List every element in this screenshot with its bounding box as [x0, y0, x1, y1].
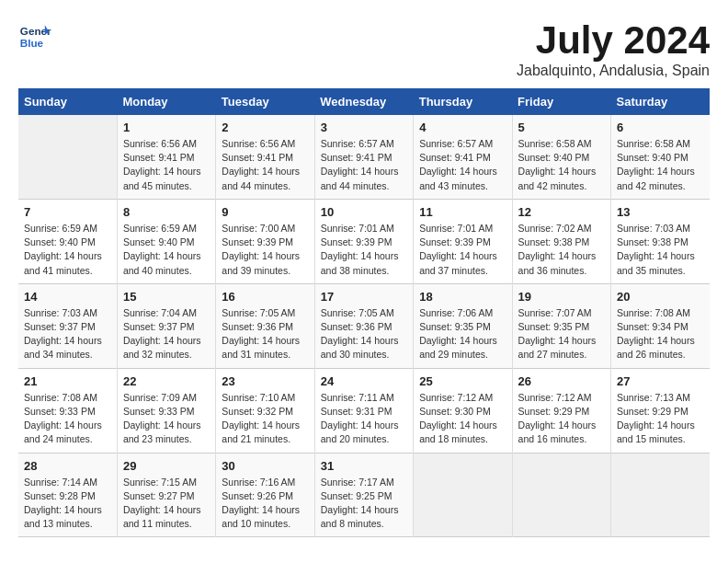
- day-number: 11: [419, 205, 506, 219]
- calendar-cell: 1Sunrise: 6:56 AM Sunset: 9:41 PM Daylig…: [117, 115, 215, 199]
- day-info: Sunrise: 7:08 AM Sunset: 9:33 PM Dayligh…: [24, 391, 111, 447]
- day-number: 19: [518, 290, 605, 304]
- day-number: 27: [617, 374, 704, 388]
- calendar-cell: 13Sunrise: 7:03 AM Sunset: 9:38 PM Dayli…: [611, 199, 710, 283]
- day-number: 25: [419, 374, 506, 388]
- day-number: 17: [321, 290, 407, 304]
- header: General Blue July 2024 Jabalquinto, Anda…: [18, 18, 710, 79]
- day-info: Sunrise: 7:11 AM Sunset: 9:31 PM Dayligh…: [321, 391, 407, 447]
- weekday-header-row: SundayMondayTuesdayWednesdayThursdayFrid…: [18, 88, 710, 115]
- calendar-week-1: 1Sunrise: 6:56 AM Sunset: 9:41 PM Daylig…: [18, 115, 710, 199]
- calendar-cell: 28Sunrise: 7:14 AM Sunset: 9:28 PM Dayli…: [18, 453, 117, 537]
- day-number: 9: [222, 205, 308, 219]
- day-info: Sunrise: 7:13 AM Sunset: 9:29 PM Dayligh…: [617, 391, 704, 447]
- day-number: 23: [222, 374, 308, 388]
- day-info: Sunrise: 6:59 AM Sunset: 9:40 PM Dayligh…: [123, 222, 210, 278]
- calendar-cell: 30Sunrise: 7:16 AM Sunset: 9:26 PM Dayli…: [216, 453, 314, 537]
- day-info: Sunrise: 7:01 AM Sunset: 9:39 PM Dayligh…: [321, 222, 407, 278]
- day-info: Sunrise: 7:08 AM Sunset: 9:34 PM Dayligh…: [617, 306, 704, 362]
- calendar-week-3: 14Sunrise: 7:03 AM Sunset: 9:37 PM Dayli…: [18, 283, 710, 368]
- day-info: Sunrise: 6:57 AM Sunset: 9:41 PM Dayligh…: [419, 137, 506, 193]
- day-info: Sunrise: 6:57 AM Sunset: 9:41 PM Dayligh…: [321, 137, 407, 193]
- calendar-cell: 9Sunrise: 7:00 AM Sunset: 9:39 PM Daylig…: [216, 199, 314, 283]
- day-number: 30: [222, 459, 308, 473]
- calendar-cell: 16Sunrise: 7:05 AM Sunset: 9:36 PM Dayli…: [216, 283, 314, 368]
- day-info: Sunrise: 7:01 AM Sunset: 9:39 PM Dayligh…: [419, 222, 506, 278]
- calendar-header: SundayMondayTuesdayWednesdayThursdayFrid…: [18, 88, 710, 115]
- day-info: Sunrise: 6:56 AM Sunset: 9:41 PM Dayligh…: [222, 137, 308, 193]
- day-number: 29: [123, 459, 210, 473]
- calendar-cell: 24Sunrise: 7:11 AM Sunset: 9:31 PM Dayli…: [314, 368, 413, 453]
- day-number: 21: [24, 374, 111, 388]
- day-info: Sunrise: 7:04 AM Sunset: 9:37 PM Dayligh…: [123, 306, 210, 362]
- day-info: Sunrise: 6:56 AM Sunset: 9:41 PM Dayligh…: [123, 137, 210, 193]
- calendar-cell: 14Sunrise: 7:03 AM Sunset: 9:37 PM Dayli…: [18, 283, 117, 368]
- day-info: Sunrise: 7:00 AM Sunset: 9:39 PM Dayligh…: [222, 222, 308, 278]
- calendar-cell: 10Sunrise: 7:01 AM Sunset: 9:39 PM Dayli…: [314, 199, 413, 283]
- day-info: Sunrise: 6:58 AM Sunset: 9:40 PM Dayligh…: [617, 137, 704, 193]
- day-number: 7: [24, 205, 111, 219]
- logo: General Blue: [18, 18, 51, 52]
- calendar-cell: 21Sunrise: 7:08 AM Sunset: 9:33 PM Dayli…: [18, 368, 117, 453]
- day-number: 28: [24, 459, 111, 473]
- calendar-cell: 23Sunrise: 7:10 AM Sunset: 9:32 PM Dayli…: [216, 368, 314, 453]
- weekday-header-monday: Monday: [117, 88, 215, 115]
- day-number: 10: [321, 205, 407, 219]
- calendar-week-5: 28Sunrise: 7:14 AM Sunset: 9:28 PM Dayli…: [18, 453, 710, 537]
- calendar-cell: [18, 115, 117, 199]
- day-number: 31: [321, 459, 407, 473]
- day-number: 20: [617, 290, 704, 304]
- day-number: 1: [123, 121, 210, 134]
- weekday-header-friday: Friday: [512, 88, 610, 115]
- calendar-cell: [512, 453, 610, 537]
- day-info: Sunrise: 7:07 AM Sunset: 9:35 PM Dayligh…: [518, 306, 605, 362]
- day-info: Sunrise: 7:03 AM Sunset: 9:37 PM Dayligh…: [24, 306, 111, 362]
- calendar-cell: 29Sunrise: 7:15 AM Sunset: 9:27 PM Dayli…: [117, 453, 215, 537]
- day-info: Sunrise: 7:03 AM Sunset: 9:38 PM Dayligh…: [617, 222, 704, 278]
- calendar-cell: [611, 453, 710, 537]
- subtitle: Jabalquinto, Andalusia, Spain: [517, 63, 710, 79]
- calendar-table: SundayMondayTuesdayWednesdayThursdayFrid…: [18, 88, 710, 537]
- calendar-cell: 31Sunrise: 7:17 AM Sunset: 9:25 PM Dayli…: [314, 453, 413, 537]
- title-area: July 2024 Jabalquinto, Andalusia, Spain: [517, 18, 710, 79]
- day-number: 24: [321, 374, 407, 388]
- day-info: Sunrise: 7:15 AM Sunset: 9:27 PM Dayligh…: [123, 476, 210, 532]
- day-info: Sunrise: 7:12 AM Sunset: 9:30 PM Dayligh…: [419, 391, 506, 447]
- weekday-header-tuesday: Tuesday: [216, 88, 314, 115]
- calendar-cell: [414, 453, 512, 537]
- day-number: 14: [24, 290, 111, 304]
- day-info: Sunrise: 7:16 AM Sunset: 9:26 PM Dayligh…: [222, 476, 308, 532]
- day-info: Sunrise: 7:09 AM Sunset: 9:33 PM Dayligh…: [123, 391, 210, 447]
- day-number: 22: [123, 374, 210, 388]
- svg-text:Blue: Blue: [20, 37, 44, 49]
- weekday-header-sunday: Sunday: [18, 88, 117, 115]
- day-number: 8: [123, 205, 210, 219]
- calendar-cell: 20Sunrise: 7:08 AM Sunset: 9:34 PM Dayli…: [611, 283, 710, 368]
- calendar-cell: 5Sunrise: 6:58 AM Sunset: 9:40 PM Daylig…: [512, 115, 610, 199]
- day-number: 26: [518, 374, 605, 388]
- day-number: 3: [321, 121, 407, 134]
- day-info: Sunrise: 7:05 AM Sunset: 9:36 PM Dayligh…: [321, 306, 407, 362]
- calendar-cell: 7Sunrise: 6:59 AM Sunset: 9:40 PM Daylig…: [18, 199, 117, 283]
- day-info: Sunrise: 6:58 AM Sunset: 9:40 PM Dayligh…: [518, 137, 605, 193]
- calendar-cell: 12Sunrise: 7:02 AM Sunset: 9:38 PM Dayli…: [512, 199, 610, 283]
- day-number: 18: [419, 290, 506, 304]
- day-number: 13: [617, 205, 704, 219]
- day-info: Sunrise: 7:10 AM Sunset: 9:32 PM Dayligh…: [222, 391, 308, 447]
- day-info: Sunrise: 6:59 AM Sunset: 9:40 PM Dayligh…: [24, 222, 111, 278]
- calendar-cell: 6Sunrise: 6:58 AM Sunset: 9:40 PM Daylig…: [611, 115, 710, 199]
- calendar-cell: 3Sunrise: 6:57 AM Sunset: 9:41 PM Daylig…: [314, 115, 413, 199]
- calendar-body: 1Sunrise: 6:56 AM Sunset: 9:41 PM Daylig…: [18, 115, 710, 537]
- calendar-cell: 15Sunrise: 7:04 AM Sunset: 9:37 PM Dayli…: [117, 283, 215, 368]
- day-info: Sunrise: 7:14 AM Sunset: 9:28 PM Dayligh…: [24, 476, 111, 532]
- day-number: 5: [518, 121, 605, 134]
- calendar-cell: 26Sunrise: 7:12 AM Sunset: 9:29 PM Dayli…: [512, 368, 610, 453]
- weekday-header-thursday: Thursday: [414, 88, 512, 115]
- calendar-cell: 27Sunrise: 7:13 AM Sunset: 9:29 PM Dayli…: [611, 368, 710, 453]
- day-info: Sunrise: 7:12 AM Sunset: 9:29 PM Dayligh…: [518, 391, 605, 447]
- calendar-week-4: 21Sunrise: 7:08 AM Sunset: 9:33 PM Dayli…: [18, 368, 710, 453]
- weekday-header-wednesday: Wednesday: [314, 88, 413, 115]
- day-info: Sunrise: 7:17 AM Sunset: 9:25 PM Dayligh…: [321, 476, 407, 532]
- calendar-cell: 2Sunrise: 6:56 AM Sunset: 9:41 PM Daylig…: [216, 115, 314, 199]
- calendar-cell: 4Sunrise: 6:57 AM Sunset: 9:41 PM Daylig…: [414, 115, 512, 199]
